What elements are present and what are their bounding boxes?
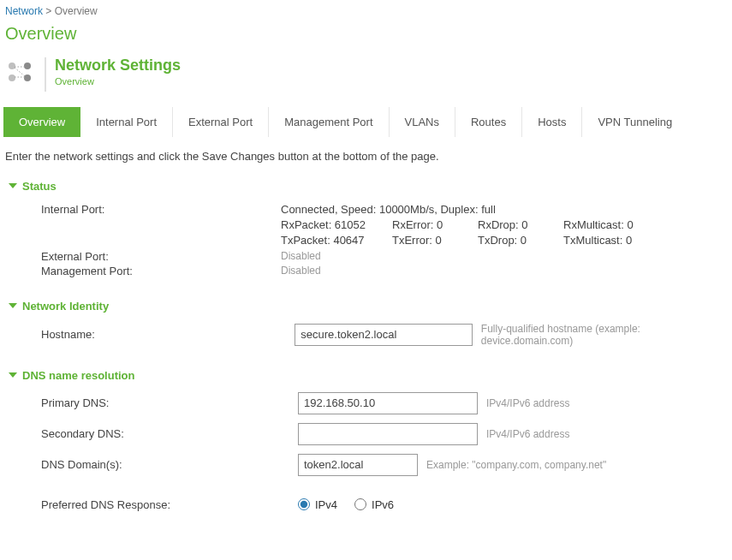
svg-point-2: [24, 63, 31, 69]
svg-point-1: [9, 74, 15, 81]
section-identity: Network Identity Hostname: Fully-qualifi…: [3, 300, 732, 347]
rx-error: RxError: 0: [392, 218, 478, 231]
header-subtitle: Overview: [45, 74, 181, 92]
radio-ipv4-label[interactable]: IPv4: [298, 498, 337, 511]
tabs: Overview Internal Port External Port Man…: [3, 107, 732, 138]
tx-error: TxError: 0: [392, 234, 478, 247]
radio-ipv6-label[interactable]: IPv6: [354, 498, 394, 511]
dns-domains-input[interactable]: [298, 454, 418, 476]
instruction-text: Enter the network settings and click the…: [5, 150, 732, 163]
tab-hosts[interactable]: Hosts: [522, 107, 582, 137]
radio-ipv6[interactable]: [354, 498, 366, 510]
rx-drop: RxDrop: 0: [478, 218, 563, 231]
section-dns: DNS name resolution Primary DNS: IPv4/IP…: [3, 369, 732, 511]
svg-point-0: [9, 63, 15, 69]
chevron-down-icon: [9, 372, 17, 378]
tx-multicast: TxMulticast: 0: [563, 234, 666, 247]
status-external-label: External Port:: [41, 250, 281, 263]
section-status-header[interactable]: Status: [3, 180, 732, 193]
section-status: Status Internal Port: Connected, Speed: …: [3, 180, 732, 277]
primary-dns-hint: IPv4/IPv6 address: [486, 397, 569, 409]
breadcrumb: Network > Overview: [3, 5, 732, 17]
primary-dns-input[interactable]: [298, 392, 478, 414]
breadcrumb-root-link[interactable]: Network: [5, 5, 43, 17]
hostname-label: Hostname:: [41, 328, 295, 341]
hostname-hint: Fully-qualified hostname (example: devic…: [481, 323, 732, 347]
section-identity-title: Network Identity: [22, 300, 109, 313]
secondary-dns-input[interactable]: [298, 423, 478, 445]
dns-domains-label: DNS Domain(s):: [41, 458, 298, 471]
status-internal-label: Internal Port:: [41, 203, 281, 216]
hostname-input[interactable]: [295, 324, 473, 346]
tab-vpn-tunneling[interactable]: VPN Tunneling: [582, 107, 687, 137]
status-internal-summary: Connected, Speed: 10000Mb/s, Duplex: ful…: [281, 203, 732, 216]
tab-overview[interactable]: Overview: [3, 107, 80, 137]
status-management-label: Management Port:: [41, 265, 281, 277]
svg-point-3: [24, 74, 31, 81]
section-identity-header[interactable]: Network Identity: [3, 300, 732, 313]
tab-vlans[interactable]: VLANs: [390, 107, 455, 137]
radio-ipv4[interactable]: [298, 498, 310, 510]
dns-domains-hint: Example: "company.com, company.net": [426, 459, 606, 471]
rx-packet: RxPacket: 61052: [281, 218, 392, 231]
breadcrumb-current: Overview: [55, 5, 98, 17]
preferred-dns-label: Preferred DNS Response:: [41, 498, 298, 511]
header-block: Network Settings Overview: [3, 57, 732, 92]
secondary-dns-hint: IPv4/IPv6 address: [486, 428, 569, 440]
chevron-down-icon: [9, 183, 17, 188]
tx-drop: TxDrop: 0: [478, 234, 563, 247]
section-dns-title: DNS name resolution: [22, 369, 134, 382]
status-external-value: Disabled: [281, 250, 732, 262]
tx-packet: TxPacket: 40647: [281, 234, 392, 247]
radio-ipv6-text: IPv6: [372, 498, 394, 511]
tab-internal-port[interactable]: Internal Port: [80, 107, 173, 137]
radio-ipv4-text: IPv4: [315, 498, 337, 511]
header-title: Network Settings: [45, 57, 181, 74]
section-dns-header[interactable]: DNS name resolution: [3, 369, 732, 382]
status-management-value: Disabled: [281, 265, 732, 277]
rx-multicast: RxMulticast: 0: [563, 218, 666, 231]
network-icon: [5, 57, 36, 88]
section-status-title: Status: [22, 180, 57, 193]
secondary-dns-label: Secondary DNS:: [41, 427, 298, 440]
tab-routes[interactable]: Routes: [455, 107, 522, 137]
page-title: Overview: [3, 24, 732, 44]
tab-management-port[interactable]: Management Port: [269, 107, 389, 137]
chevron-down-icon: [9, 303, 17, 308]
breadcrumb-sep: >: [43, 5, 55, 17]
primary-dns-label: Primary DNS:: [41, 396, 298, 409]
tab-external-port[interactable]: External Port: [173, 107, 269, 137]
